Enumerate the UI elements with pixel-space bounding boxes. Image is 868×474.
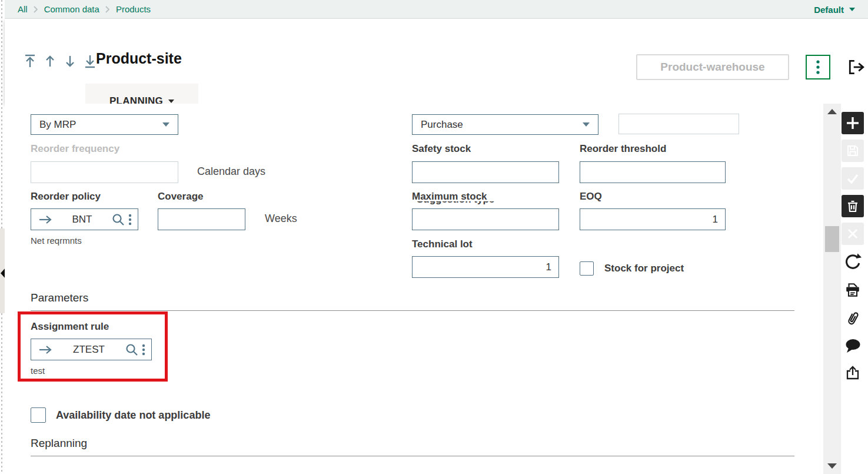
search-icon[interactable] bbox=[125, 343, 138, 356]
first-record-button[interactable] bbox=[22, 52, 38, 70]
confirm-button[interactable] bbox=[842, 167, 864, 190]
chevron-down-icon bbox=[168, 100, 174, 103]
reorder-threshold-label: Reorder threshold bbox=[580, 143, 666, 155]
availability-checkbox[interactable] bbox=[31, 407, 46, 423]
coverage-input[interactable] bbox=[158, 208, 245, 230]
reorder-policy-label: Reorder policy bbox=[31, 191, 101, 203]
comment-button[interactable] bbox=[842, 334, 864, 357]
more-options-button[interactable] bbox=[806, 55, 830, 79]
check-icon bbox=[846, 171, 860, 185]
suggestion-type-select[interactable]: Purchase bbox=[412, 114, 598, 135]
record-navigation bbox=[22, 52, 98, 70]
speech-bubble-icon bbox=[844, 338, 861, 353]
vertical-ellipsis-icon bbox=[816, 59, 820, 75]
technical-lot-label: Technical lot bbox=[412, 238, 473, 250]
delete-button[interactable] bbox=[842, 195, 864, 217]
refresh-button[interactable] bbox=[842, 250, 864, 273]
trash-icon bbox=[846, 199, 860, 213]
screen: All Common data Products Default bbox=[0, 0, 868, 474]
chevron-down-icon bbox=[583, 122, 590, 127]
reorder-threshold-input[interactable] bbox=[580, 161, 726, 183]
eoq-label: EOQ bbox=[580, 191, 602, 203]
x-icon bbox=[846, 227, 860, 241]
field-options-icon[interactable] bbox=[128, 214, 132, 226]
jump-to-icon[interactable] bbox=[38, 345, 52, 354]
paperclip-icon bbox=[845, 310, 860, 327]
vertical-scrollbar[interactable] bbox=[823, 104, 841, 474]
availability-label: Availability date not applicable bbox=[56, 409, 210, 422]
attachment-button[interactable] bbox=[842, 307, 864, 330]
previous-record-button[interactable] bbox=[42, 52, 58, 70]
technical-lot-input[interactable] bbox=[412, 256, 559, 278]
reorder-frequency-input[interactable] bbox=[31, 161, 178, 183]
reorder-frequency-label: Reorder frequency bbox=[31, 143, 119, 155]
chevron-right-icon bbox=[34, 6, 38, 13]
share-button[interactable] bbox=[842, 362, 864, 384]
breadcrumb-bar: All Common data Products Default bbox=[5, 0, 868, 19]
save-icon bbox=[846, 144, 860, 158]
scrollbar-thumb[interactable] bbox=[825, 226, 839, 252]
assignment-rule-label: Assignment rule bbox=[31, 321, 109, 333]
refresh-icon bbox=[843, 252, 862, 271]
chevron-down-icon bbox=[849, 8, 855, 11]
reorder-policy-lookup[interactable]: BNT bbox=[31, 208, 138, 230]
page-title: Product-site bbox=[96, 50, 182, 67]
cancel-button[interactable] bbox=[842, 223, 864, 245]
breadcrumb-common-data[interactable]: Common data bbox=[44, 4, 99, 14]
dataset-selector[interactable]: Default bbox=[814, 0, 855, 19]
mrp-mode-select[interactable]: By MRP bbox=[31, 114, 178, 135]
jump-to-icon[interactable] bbox=[38, 215, 52, 224]
planning-form: Suggestion type By MRP Purchase Reorder … bbox=[5, 104, 823, 474]
print-button[interactable] bbox=[842, 279, 864, 301]
field-options-icon[interactable] bbox=[142, 344, 145, 356]
chevron-down-icon bbox=[162, 122, 169, 127]
calendar-days-unit: Calendar days bbox=[197, 165, 265, 178]
safety-stock-label: Safety stock bbox=[412, 143, 471, 155]
suggestion-type-value: Purchase bbox=[421, 119, 583, 131]
chevron-right-icon bbox=[105, 6, 110, 13]
weeks-unit: Weeks bbox=[265, 213, 297, 225]
assignment-rule-helper: test bbox=[31, 366, 45, 376]
reorder-policy-helper: Net reqrmnts bbox=[31, 236, 82, 246]
add-button[interactable] bbox=[842, 112, 864, 134]
reorder-policy-value: BNT bbox=[56, 214, 108, 226]
maximum-stock-input[interactable] bbox=[412, 208, 559, 230]
replanning-section-title: Replanning bbox=[31, 437, 87, 450]
search-icon[interactable] bbox=[112, 213, 125, 226]
next-record-button[interactable] bbox=[62, 52, 78, 70]
assignment-rule-value: ZTEST bbox=[56, 344, 122, 356]
exit-icon bbox=[847, 58, 865, 77]
printer-icon bbox=[844, 282, 861, 299]
save-button[interactable] bbox=[842, 140, 864, 162]
coverage-label: Coverage bbox=[158, 191, 203, 203]
maximum-stock-label: Maximum stock bbox=[412, 191, 487, 203]
section-divider bbox=[31, 310, 794, 311]
safety-stock-input[interactable] bbox=[412, 161, 559, 183]
suggestion-extra-input[interactable] bbox=[618, 114, 739, 134]
mrp-mode-value: By MRP bbox=[39, 119, 162, 131]
parameters-section-title: Parameters bbox=[31, 291, 88, 304]
stock-for-project-label: Stock for project bbox=[604, 263, 684, 274]
plus-icon bbox=[845, 115, 860, 131]
dataset-label: Default bbox=[814, 5, 844, 15]
scroll-down-icon[interactable] bbox=[827, 463, 837, 469]
breadcrumb: All Common data Products bbox=[5, 4, 151, 14]
product-warehouse-button[interactable]: Product-warehouse bbox=[636, 54, 789, 80]
breadcrumb-all[interactable]: All bbox=[18, 4, 28, 14]
scroll-up-icon[interactable] bbox=[827, 109, 837, 114]
exit-button[interactable] bbox=[847, 58, 865, 77]
share-icon bbox=[845, 364, 860, 381]
action-toolbar bbox=[841, 104, 868, 474]
breadcrumb-products[interactable]: Products bbox=[116, 4, 151, 14]
page-header: Product-site Product-warehouse PLANNING bbox=[5, 19, 868, 104]
stock-for-project-checkbox[interactable] bbox=[580, 261, 594, 276]
assignment-rule-lookup[interactable]: ZTEST bbox=[31, 339, 152, 360]
section-divider bbox=[31, 456, 794, 456]
eoq-input[interactable] bbox=[580, 208, 726, 230]
